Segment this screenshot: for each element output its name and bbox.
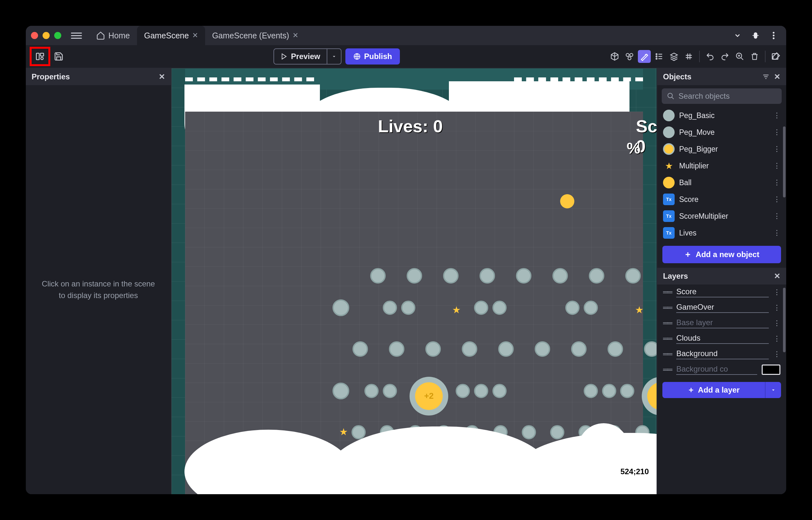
menu-button[interactable]	[71, 32, 82, 39]
tab-gamescene-events[interactable]: GameScene (Events) ✕	[205, 26, 305, 45]
object-groups-icon[interactable]	[623, 50, 636, 63]
layer-item[interactable]: ══ Background ⋮	[657, 346, 786, 362]
add-layer-dropdown[interactable]	[765, 382, 781, 398]
close-icon[interactable]: ✕	[774, 72, 780, 81]
close-icon[interactable]: ✕	[774, 271, 780, 281]
peg-instance[interactable]	[571, 341, 587, 357]
cube-icon[interactable]	[608, 50, 621, 63]
properties-panel-icon[interactable]	[638, 50, 651, 63]
more-icon[interactable]: ⋮	[773, 128, 780, 136]
add-layer-button[interactable]: Add a layer	[662, 382, 765, 398]
peg-instance[interactable]	[474, 384, 488, 398]
drag-handle-icon[interactable]: ══	[663, 319, 672, 328]
tab-home[interactable]: Home	[89, 26, 137, 45]
close-icon[interactable]: ✕	[293, 31, 298, 40]
peg-instance[interactable]	[552, 268, 568, 284]
peg-instance[interactable]	[584, 301, 598, 315]
peg-instance[interactable]	[607, 341, 623, 357]
instances-list-icon[interactable]	[653, 50, 666, 63]
peg-instance[interactable]	[492, 301, 507, 315]
more-icon[interactable]: ⋮	[773, 229, 780, 237]
peg-instance[interactable]	[516, 268, 532, 284]
multiplier-star[interactable]: ★	[339, 426, 348, 437]
peg-instance[interactable]	[535, 341, 550, 357]
peg-instance[interactable]	[383, 384, 397, 398]
more-icon[interactable]: ⋮	[773, 195, 780, 204]
more-icon[interactable]: ⋮	[773, 350, 780, 358]
peg-instance[interactable]	[565, 301, 579, 315]
object-item[interactable]: Tx Lives ⋮	[657, 225, 786, 241]
more-icon[interactable]: ⋮	[773, 145, 780, 153]
drag-handle-icon[interactable]: ══	[663, 288, 672, 296]
delete-icon[interactable]	[748, 50, 761, 63]
scene-canvas[interactable]: Lives: 0 Score: 0 % ★ ★ ★ ★ +2 +2 524;21…	[171, 69, 656, 494]
peg-instance[interactable]	[480, 268, 495, 284]
filter-icon[interactable]	[762, 73, 769, 80]
grid-toggle-icon[interactable]	[682, 50, 695, 63]
peg-instance[interactable]	[332, 383, 349, 399]
object-item[interactable]: Peg_Bigger ⋮	[657, 141, 786, 157]
publish-button[interactable]: Publish	[345, 48, 400, 64]
preview-button[interactable]: Preview	[274, 52, 327, 61]
layer-item[interactable]: ══ Background co	[657, 362, 786, 378]
peg-instance[interactable]	[364, 384, 379, 398]
more-icon[interactable]: ⋮	[773, 335, 780, 343]
multiplier-star[interactable]: ★	[452, 304, 461, 315]
extensions-icon[interactable]	[751, 31, 760, 40]
drag-handle-icon[interactable]: ══	[663, 365, 672, 374]
panels-toggle-icon[interactable]	[33, 50, 47, 63]
peg-instance[interactable]	[584, 384, 598, 398]
drag-handle-icon[interactable]: ══	[663, 304, 672, 312]
more-icon[interactable]: ⋮	[773, 162, 780, 170]
chevron-down-icon[interactable]	[733, 31, 742, 40]
object-item[interactable]: Tx ScoreMultiplier ⋮	[657, 208, 786, 225]
peg-instance[interactable]	[401, 301, 415, 315]
save-icon[interactable]	[52, 50, 65, 63]
maximize-window-icon[interactable]	[54, 32, 61, 39]
peg-instance[interactable]	[456, 384, 470, 398]
more-icon[interactable]: ⋮	[773, 288, 780, 296]
peg-instance[interactable]	[522, 425, 536, 439]
peg-instance[interactable]	[625, 268, 641, 284]
redo-icon[interactable]	[719, 50, 731, 63]
object-item[interactable]: ★ Multiplier ⋮	[657, 157, 786, 174]
more-icon[interactable]: ⋮	[773, 178, 780, 187]
peg-instance[interactable]	[492, 384, 507, 398]
multiplier-star[interactable]: ★	[635, 304, 644, 315]
close-icon[interactable]: ✕	[192, 31, 198, 40]
peg-instance[interactable]	[602, 384, 616, 398]
edit-scene-icon[interactable]	[769, 50, 782, 63]
peg-instance[interactable]	[589, 268, 604, 284]
add-object-button[interactable]: Add a new object	[662, 246, 781, 263]
peg-instance[interactable]	[407, 268, 422, 284]
peg-bigger-instance[interactable]: +2	[410, 377, 448, 415]
layers-icon[interactable]	[668, 50, 680, 63]
object-item[interactable]: Peg_Move ⋮	[657, 124, 786, 141]
color-chip[interactable]	[762, 365, 780, 375]
more-icon[interactable]: ⋮	[773, 212, 780, 220]
peg-instance[interactable]	[352, 425, 366, 439]
drag-handle-icon[interactable]: ══	[663, 350, 672, 358]
layer-item[interactable]: ══ Base layer ⋮	[657, 315, 786, 331]
tab-gamescene[interactable]: GameScene ✕	[137, 26, 205, 45]
drag-handle-icon[interactable]: ══	[663, 335, 672, 343]
layer-item[interactable]: ══ Clouds ⋮	[657, 331, 786, 346]
ball-instance[interactable]	[560, 194, 574, 208]
layer-item[interactable]: ══ Score ⋮	[657, 285, 786, 300]
peg-instance[interactable]	[332, 300, 349, 316]
peg-instance[interactable]	[383, 301, 397, 315]
peg-instance[interactable]	[498, 341, 514, 357]
peg-instance[interactable]	[352, 341, 368, 357]
peg-instance[interactable]	[550, 425, 564, 439]
object-item[interactable]: Ball ⋮	[657, 174, 786, 191]
peg-instance[interactable]	[425, 341, 441, 357]
minimize-window-icon[interactable]	[43, 32, 50, 39]
peg-instance[interactable]	[443, 268, 459, 284]
object-item[interactable]: Tx Score ⋮	[657, 191, 786, 208]
more-icon[interactable]	[769, 31, 779, 40]
peg-instance[interactable]	[474, 301, 488, 315]
undo-icon[interactable]	[704, 50, 716, 63]
peg-instance[interactable]	[389, 341, 404, 357]
close-icon[interactable]: ✕	[159, 72, 165, 81]
close-window-icon[interactable]	[31, 32, 38, 39]
